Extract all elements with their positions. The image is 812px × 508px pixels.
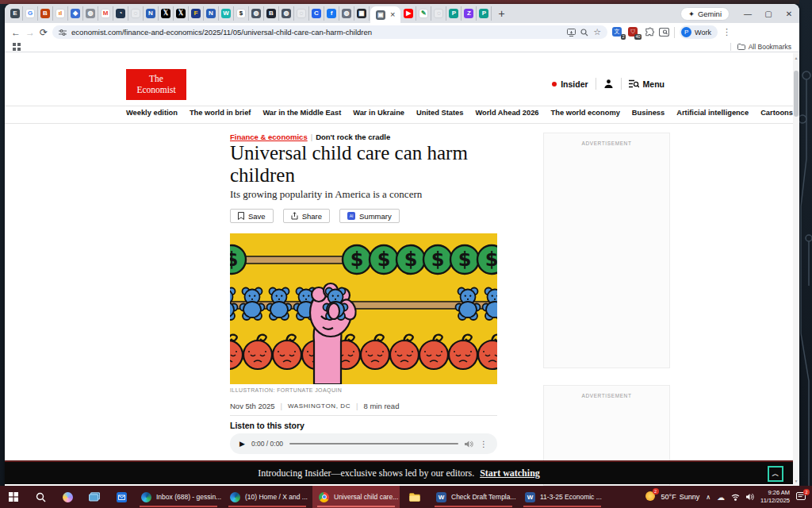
weather-widget[interactable]: 50°F Sunny xyxy=(661,493,700,501)
onedrive-cloud-icon[interactable]: ☁ xyxy=(717,493,725,502)
volume-icon[interactable] xyxy=(465,441,473,448)
nav-item-world-ahead[interactable]: World Ahead 2026 xyxy=(475,109,538,117)
pinned-tab-nm-blue-2[interactable]: N xyxy=(204,6,219,21)
audio-play-button[interactable]: ▶ xyxy=(239,440,245,448)
taskbar-app-file-explorer[interactable] xyxy=(401,486,428,508)
collapse-banner-button[interactable]: ︿ xyxy=(768,466,783,482)
share-button[interactable]: Share xyxy=(283,209,330,223)
tab-close-icon[interactable]: × xyxy=(390,10,395,19)
scrollbar-down-arrow[interactable]: ▼ xyxy=(793,479,799,483)
pinned-tab-loading[interactable]: ◌ xyxy=(128,6,144,21)
taskbar-app-edge-inbox[interactable]: Inbox (688) - gessin... xyxy=(135,486,222,508)
address-bar[interactable]: economist.com/finance-and-economics/2025… xyxy=(52,25,607,39)
summary-button[interactable]: AI Summary xyxy=(339,209,400,223)
pinned-tab-wiki-teal[interactable]: W xyxy=(219,6,234,21)
window-close-button[interactable]: ✕ xyxy=(779,10,799,18)
forward-button[interactable]: → xyxy=(25,27,35,38)
pinned-tab-analytics[interactable]: ıl xyxy=(53,6,68,21)
pinned-tab-sports[interactable]: B xyxy=(38,6,53,21)
lens-search-icon[interactable] xyxy=(580,29,588,37)
outlook-button[interactable] xyxy=(108,486,135,508)
nav-item-business[interactable]: Business xyxy=(632,109,665,117)
pinned-tab-finance[interactable]: F xyxy=(189,6,204,21)
taskbar-app-edge-home[interactable]: (10) Home / X and ... xyxy=(224,486,311,508)
pinned-tab-nm-blue-1[interactable]: N xyxy=(144,6,159,21)
pinned-tab-youtube[interactable]: ▶ xyxy=(401,6,416,21)
task-view-button[interactable] xyxy=(81,486,108,508)
audio-menu-icon[interactable]: ⋮ xyxy=(480,440,488,448)
nav-item-weekly-edition[interactable]: Weekly edition xyxy=(126,109,178,117)
pinned-tab-dollar[interactable]: $ xyxy=(234,6,249,21)
pinned-tab-economist[interactable]: E xyxy=(8,6,23,21)
taskbar-app-word-draft[interactable]: W Check Draft Templa... xyxy=(430,486,517,508)
pinned-tab-pending[interactable]: ◌ xyxy=(431,6,446,21)
pinned-tab-facebook[interactable]: f xyxy=(324,6,339,21)
site-settings-icon[interactable] xyxy=(59,29,67,37)
pinned-tab-p-teal-1[interactable]: P xyxy=(446,6,462,21)
pinned-tab-shield[interactable]: ◆ xyxy=(68,6,83,21)
pinned-tab-gray-site[interactable]: ◌ xyxy=(294,6,309,21)
speaker-icon[interactable] xyxy=(746,493,754,501)
browser-menu-kebab-icon[interactable]: ⋮ xyxy=(722,27,731,37)
window-minimize-button[interactable]: — xyxy=(737,10,758,18)
economist-logo[interactable]: The Economist xyxy=(126,69,186,100)
url-text[interactable]: economist.com/finance-and-economics/2025… xyxy=(71,28,562,37)
pinned-tab-globe-3[interactable]: ◍ xyxy=(279,6,294,21)
insider-link[interactable]: Insider xyxy=(552,79,588,89)
reload-button[interactable]: ⟳ xyxy=(40,27,48,38)
page-scrollbar[interactable]: ▲ ▼ xyxy=(793,53,799,486)
kicker-section-link[interactable]: Finance & economics xyxy=(230,133,308,141)
nav-item-war-ukraine[interactable]: War in Ukraine xyxy=(353,109,404,117)
taskbar-clock[interactable]: 9:26 AM 11/12/2025 xyxy=(760,489,790,505)
scrollbar-up-arrow[interactable]: ▲ xyxy=(793,56,799,60)
nav-item-united-states[interactable]: United States xyxy=(416,109,463,117)
apps-grid-icon[interactable] xyxy=(13,43,21,51)
menu-button[interactable]: Menu xyxy=(629,79,665,89)
window-maximize-button[interactable]: ▢ xyxy=(758,10,779,18)
active-tab[interactable]: ▣ × xyxy=(370,6,400,23)
pinned-tab-notes-pencil[interactable]: ✎ xyxy=(416,6,431,21)
nav-item-world-in-brief[interactable]: The world in brief xyxy=(190,109,251,117)
weather-sun-icon[interactable]: 2 xyxy=(645,491,655,502)
pinned-tab-x-2[interactable]: 𝕏 xyxy=(174,6,189,21)
extensions-puzzle-icon[interactable] xyxy=(644,27,654,37)
taskbar-app-word-economic[interactable]: W 11-3-25 Economic ... xyxy=(519,486,606,508)
back-button[interactable]: ← xyxy=(11,27,21,38)
send-to-device-icon[interactable] xyxy=(567,29,576,37)
pinned-tab-clock[interactable]: ◔ xyxy=(113,6,128,21)
save-button[interactable]: Save xyxy=(230,209,274,223)
pinned-tab-p-teal-2[interactable]: P xyxy=(477,6,492,21)
account-person-icon[interactable] xyxy=(603,79,614,89)
pinned-tab-bank[interactable]: B xyxy=(264,6,279,21)
bookmark-star-icon[interactable]: ☆ xyxy=(593,27,601,37)
audio-progress-bar[interactable] xyxy=(289,443,458,444)
extension-adblock-icon[interactable]: ⛉ 40 xyxy=(628,27,639,38)
notification-center-button[interactable]: 2 xyxy=(796,492,806,502)
extension-translate-icon[interactable]: 文 2 xyxy=(612,27,623,38)
nav-item-ai[interactable]: Artificial intelligence xyxy=(676,109,749,117)
hidden-icons-chevron[interactable]: ∧ xyxy=(706,494,710,501)
all-bookmarks-button[interactable]: All Bookmarks xyxy=(730,43,791,51)
nav-item-world-economy[interactable]: The world economy xyxy=(551,109,620,117)
pinned-tab-x-1[interactable]: 𝕏 xyxy=(159,6,174,21)
pinned-tab-globe-1[interactable]: ◍ xyxy=(83,6,98,21)
start-button[interactable] xyxy=(0,486,27,508)
banner-cta-link[interactable]: Start watching xyxy=(480,468,540,479)
pinned-tab-globe-2[interactable]: ◍ xyxy=(249,6,264,21)
gemini-button[interactable]: ✦ Gemini xyxy=(680,7,730,21)
taskbar-app-chrome-active[interactable]: Universal child care... xyxy=(312,486,400,508)
network-wifi-icon[interactable] xyxy=(731,494,740,501)
nav-item-war-middle-east[interactable]: War in the Middle East xyxy=(262,109,341,117)
new-tab-button[interactable]: + xyxy=(492,7,511,20)
pinned-tab-cloud-blue[interactable]: C xyxy=(309,6,324,21)
profile-button[interactable]: P Work xyxy=(680,25,718,39)
pinned-tab-gmail[interactable]: M xyxy=(98,6,113,21)
scrollbar-thumb[interactable] xyxy=(794,71,799,117)
pinned-tab-google[interactable]: G xyxy=(23,6,38,21)
copilot-button[interactable] xyxy=(54,486,81,508)
pinned-tab-tv-dark[interactable]: ▦ xyxy=(354,6,370,21)
pinned-tab-z-purple[interactable]: Z xyxy=(462,6,477,21)
pinned-tab-globe-4[interactable]: ◍ xyxy=(339,6,354,21)
taskbar-search-button[interactable] xyxy=(27,486,54,508)
side-panel-search-icon[interactable] xyxy=(659,28,669,37)
